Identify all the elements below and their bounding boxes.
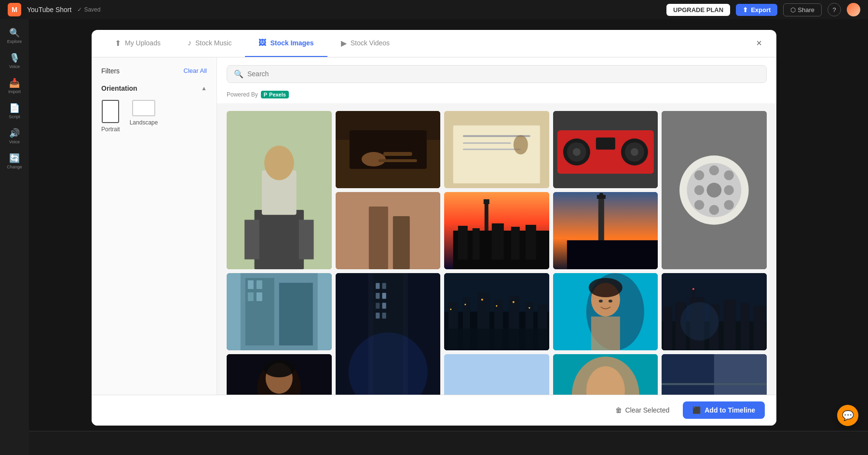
landscape-label: Landscape	[130, 119, 158, 126]
add-to-timeline-button[interactable]: ⬛ Add to Timeline	[683, 401, 765, 419]
orientation-options: Portrait Landscape	[101, 100, 207, 133]
chat-icon: 💬	[842, 410, 854, 421]
landscape-icon	[132, 100, 155, 116]
modal-tabs: ⬆ My Uploads ♪ Stock Music 🖼 Stock Image…	[92, 30, 776, 57]
pexels-badge: P Pexels	[261, 91, 289, 98]
project-title: YouTube Short	[27, 6, 71, 14]
voice-icon: 🎙️	[9, 53, 20, 63]
image-cell-10[interactable]	[336, 273, 441, 395]
powered-by-bar: Powered By P Pexels	[217, 88, 776, 103]
tab-stock-videos[interactable]: ▶ Stock Videos	[327, 30, 403, 57]
image-cell-12[interactable]	[553, 273, 658, 350]
sidebar-item-label: Change	[7, 165, 22, 169]
image-cell-13[interactable]	[662, 273, 767, 350]
image-cell-11[interactable]	[444, 273, 549, 350]
upload-icon: ⬆	[115, 39, 121, 48]
modal-body: Filters Clear All Orientation ▲ Portrait…	[92, 57, 776, 395]
export-button[interactable]: ⬆ Export	[736, 4, 777, 16]
image-cell-7[interactable]	[444, 192, 549, 269]
explore-icon: 🔍	[9, 28, 20, 38]
change-icon: 🔄	[9, 153, 20, 164]
import-icon: 📥	[9, 78, 20, 88]
sidebar-item-script[interactable]: 📄 Script	[4, 100, 25, 122]
image-cell-3[interactable]	[444, 111, 549, 188]
image-cell-16[interactable]	[553, 354, 658, 395]
voice2-icon: 🔊	[9, 128, 20, 138]
sidebar-item-label: Voice	[9, 139, 20, 144]
add-icon: ⬛	[692, 406, 701, 414]
sidebar-item-label: Voice	[9, 64, 20, 69]
tab-my-uploads[interactable]: ⬆ My Uploads	[101, 30, 174, 57]
search-wrapper: 🔍	[217, 57, 776, 88]
landscape-option[interactable]: Landscape	[130, 100, 158, 133]
top-bar: M YouTube Short ✓ Saved UPGRADE PLAN ⬆ E…	[0, 0, 868, 19]
clear-selected-button[interactable]: 🗑 Clear Selected	[608, 402, 677, 418]
music-icon: ♪	[188, 39, 191, 47]
sidebar-item-import[interactable]: 📥 Import	[4, 75, 25, 97]
modal-footer: 🗑 Clear Selected ⬛ Add to Timeline	[92, 395, 776, 426]
sidebar-item-explore[interactable]: 🔍 Explore	[4, 25, 25, 46]
sidebar-item-change[interactable]: 🔄 Change	[4, 151, 25, 172]
share-button[interactable]: ⬡ Share	[783, 3, 822, 16]
filters-panel: Filters Clear All Orientation ▲ Portrait…	[92, 57, 217, 395]
timeline-bar	[29, 431, 868, 455]
image-cell-4[interactable]	[553, 111, 658, 188]
share-icon: ⬡	[790, 6, 796, 14]
sidebar-item-label: Import	[8, 89, 21, 94]
portrait-icon	[102, 100, 119, 123]
pexels-icon: P	[264, 92, 267, 97]
modal-close-button[interactable]: ×	[751, 36, 767, 51]
tab-stock-images[interactable]: 🖼 Stock Images	[245, 30, 327, 57]
user-avatar[interactable]	[847, 3, 860, 16]
saved-status: ✓ Saved	[77, 6, 100, 13]
sidebar-item-voice[interactable]: 🎙️ Voice	[4, 50, 25, 71]
filters-title: Filters	[101, 67, 120, 75]
image-cell-8[interactable]	[553, 192, 658, 269]
sidebar-item-label: Script	[9, 114, 20, 119]
sidebar-item-label: Explore	[7, 39, 22, 44]
trash-icon: 🗑	[615, 406, 622, 414]
sidebar-item-voice2[interactable]: 🔊 Voice	[4, 125, 25, 147]
image-grid	[217, 103, 776, 395]
image-cell-9[interactable]	[227, 273, 332, 350]
image-cell-1[interactable]	[227, 111, 332, 269]
filters-header: Filters Clear All	[101, 67, 207, 75]
content-area: 🔍 Powered By P Pexels	[217, 57, 776, 395]
search-bar: 🔍	[227, 65, 767, 83]
tab-stock-music[interactable]: ♪ Stock Music	[174, 30, 245, 57]
image-cell-17[interactable]	[662, 354, 767, 395]
image-cell-14[interactable]	[227, 354, 332, 395]
portrait-option[interactable]: Portrait	[101, 100, 120, 133]
stock-images-modal: ⬆ My Uploads ♪ Stock Music 🖼 Stock Image…	[92, 30, 776, 426]
sidebar: 🔍 Explore 🎙️ Voice 📥 Import 📄 Script 🔊 V…	[0, 19, 29, 455]
export-icon: ⬆	[743, 6, 748, 14]
video-icon: ▶	[341, 39, 347, 48]
image-cell-15[interactable]	[444, 354, 549, 395]
image-icon: 🖼	[258, 39, 266, 47]
image-cell-5[interactable]	[662, 111, 767, 269]
search-input[interactable]	[247, 70, 760, 78]
image-cell-2[interactable]	[336, 111, 441, 188]
orientation-section-title: Orientation ▲	[101, 84, 207, 92]
clear-all-button[interactable]: Clear All	[184, 67, 207, 74]
help-button[interactable]: ?	[827, 3, 841, 16]
portrait-label: Portrait	[101, 126, 120, 133]
app-logo: M	[8, 3, 21, 16]
image-cell-6[interactable]	[336, 192, 441, 269]
upgrade-plan-button[interactable]: UPGRADE PLAN	[666, 4, 730, 16]
chat-support-button[interactable]: 💬	[837, 405, 858, 426]
script-icon: 📄	[9, 103, 20, 113]
search-icon: 🔍	[234, 69, 244, 79]
chevron-up-icon: ▲	[201, 85, 207, 92]
